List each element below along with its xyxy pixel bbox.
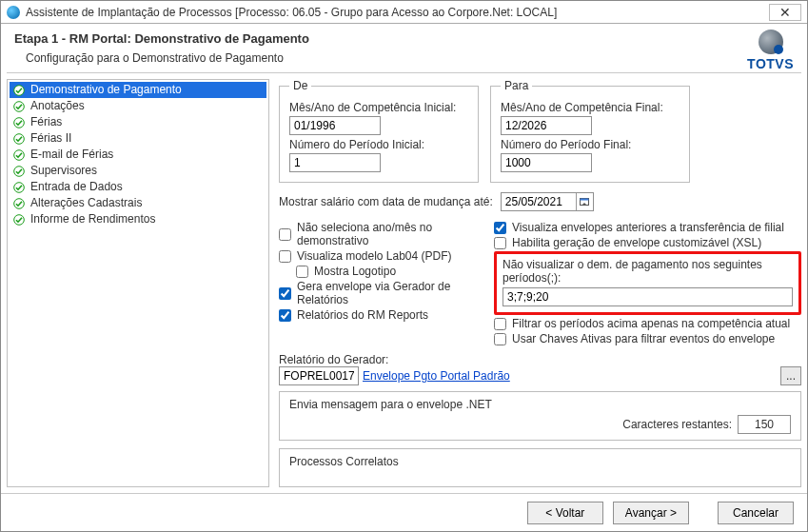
nav-item-anotacoes[interactable]: Anotações bbox=[10, 98, 266, 114]
periodos-ocultos-box: Não visualizar o dem. de pagamento nos s… bbox=[494, 251, 801, 315]
nav-item-demonstrativo[interactable]: Demonstrativo de Pagamento bbox=[10, 82, 266, 98]
check-icon bbox=[13, 101, 25, 112]
chk-mostra-logotipo[interactable]: Mostra Logotipo bbox=[296, 265, 479, 278]
chk-relatorios-rm[interactable]: Relatórios do RM Reports bbox=[279, 308, 479, 322]
fieldset-para: Para Mês/Ano de Competência Final: Númer… bbox=[490, 79, 690, 183]
step-title: Etapa 1 - RM Portal: Demonstrativo de Pa… bbox=[14, 31, 794, 46]
window-title: Assistente de Implantação de Processos [… bbox=[26, 6, 557, 19]
calendar-dropdown-icon[interactable] bbox=[576, 193, 593, 210]
envelope-net-label: Envia mensagem para o envelope .NET bbox=[289, 398, 791, 411]
check-icon bbox=[13, 85, 25, 96]
chk-filtrar-periodos[interactable]: Filtrar os períodos acima apenas na comp… bbox=[494, 317, 801, 330]
check-icon bbox=[13, 182, 25, 193]
nav-item-label: Informe de Rendimentos bbox=[30, 212, 155, 227]
nav-item-supervisores[interactable]: Supervisores bbox=[10, 163, 266, 179]
chk-usar-chaves[interactable]: Usar Chaves Ativas para filtrar eventos … bbox=[494, 332, 801, 345]
cancelar-button[interactable]: Cancelar bbox=[718, 502, 794, 524]
chk-label: Usar Chaves Ativas para filtrar eventos … bbox=[512, 332, 775, 345]
para-mes-input[interactable] bbox=[501, 116, 592, 135]
chk-visualiza-env-ant[interactable]: Visualiza envelopes anteriores a transfe… bbox=[494, 221, 801, 234]
nav-item-informe[interactable]: Informe de Rendimentos bbox=[10, 211, 266, 227]
nav-item-label: Demonstrativo de Pagamento bbox=[30, 83, 182, 97]
avancar-button[interactable]: Avançar > bbox=[613, 502, 689, 524]
close-button[interactable]: ✕ bbox=[769, 4, 801, 21]
mostrar-salario-date[interactable] bbox=[501, 192, 594, 211]
caracteres-restantes-value: 150 bbox=[738, 415, 791, 434]
wizard-header: Etapa 1 - RM Portal: Demonstrativo de Pa… bbox=[1, 24, 807, 72]
brand-icon bbox=[759, 30, 783, 54]
nav-item-label: Supervisores bbox=[30, 164, 97, 178]
de-periodo-label: Número do Período Inicial: bbox=[289, 138, 468, 151]
chk-nao-seleciona[interactable]: Não seleciona ano/mês no demonstrativo bbox=[279, 221, 479, 247]
processos-correlatos-box: Processos Correlatos bbox=[279, 448, 801, 487]
nav-item-label: Anotações bbox=[30, 99, 85, 113]
nav-item-alteracoes[interactable]: Alterações Cadastrais bbox=[10, 195, 266, 211]
mostrar-salario-input[interactable] bbox=[502, 193, 576, 210]
de-legend: De bbox=[289, 79, 311, 92]
chk-label: Mostra Logotipo bbox=[314, 265, 396, 278]
de-mes-label: Mês/Ano de Competência Inicial: bbox=[289, 101, 468, 114]
envelope-net-box: Envia mensagem para o envelope .NET Cara… bbox=[279, 391, 801, 441]
gerador-label: Relatório do Gerador: bbox=[279, 353, 801, 366]
de-mes-input[interactable] bbox=[289, 116, 381, 135]
svg-rect-10 bbox=[581, 199, 589, 201]
chk-label: Visualiza modelo Lab04 (PDF) bbox=[297, 249, 452, 263]
step-subtitle: Configuração para o Demonstrativo de Pag… bbox=[26, 51, 794, 65]
processos-correlatos-label: Processos Correlatos bbox=[289, 455, 791, 468]
para-mes-label: Mês/Ano de Competência Final: bbox=[501, 101, 680, 114]
brand-logo: TOTVS bbox=[747, 30, 794, 71]
chk-label: Relatórios do RM Reports bbox=[297, 308, 428, 322]
gerador-code-input[interactable] bbox=[279, 366, 359, 385]
de-periodo-input[interactable] bbox=[289, 153, 381, 172]
nav-item-label: Férias II bbox=[30, 131, 71, 146]
window: Assistente de Implantação de Processos [… bbox=[0, 0, 808, 532]
check-icon bbox=[13, 133, 25, 145]
check-icon bbox=[13, 117, 25, 128]
chk-habilita-xsl[interactable]: Habilita geração de envelope customizáve… bbox=[494, 236, 801, 249]
chk-label: Habilita geração de envelope customizáve… bbox=[512, 236, 761, 249]
periodos-ocultos-input[interactable] bbox=[503, 287, 793, 306]
para-periodo-label: Número do Período Final: bbox=[501, 138, 680, 151]
titlebar: Assistente de Implantação de Processos [… bbox=[1, 1, 807, 24]
nav-item-label: E-mail de Férias bbox=[30, 148, 113, 162]
gerador-link[interactable]: Envelope Pgto Portal Padrão bbox=[363, 369, 510, 383]
periodos-ocultos-label: Não visualizar o dem. de pagamento nos s… bbox=[503, 258, 793, 285]
main-panel: De Mês/Ano de Competência Inicial: Númer… bbox=[279, 79, 801, 487]
nav-item-ferias[interactable]: Férias bbox=[10, 114, 266, 130]
chk-label: Gera envelope via Gerador de Relatórios bbox=[297, 280, 479, 306]
check-icon bbox=[13, 198, 25, 209]
nav-item-label: Férias bbox=[30, 115, 62, 129]
nav-item-entrada-dados[interactable]: Entrada de Dados bbox=[10, 179, 266, 195]
step-nav: Demonstrativo de Pagamento Anotações Fér… bbox=[7, 79, 269, 487]
fieldset-de: De Mês/Ano de Competência Inicial: Númer… bbox=[279, 79, 479, 183]
brand-name: TOTVS bbox=[747, 56, 794, 71]
chk-gera-envelope[interactable]: Gera envelope via Gerador de Relatórios bbox=[279, 280, 479, 306]
chk-label: Não seleciona ano/mês no demonstrativo bbox=[297, 221, 479, 247]
para-legend: Para bbox=[501, 79, 532, 92]
nav-item-email-ferias[interactable]: E-mail de Férias bbox=[10, 147, 266, 163]
mostrar-salario-label: Mostrar salário com data de mudança até: bbox=[279, 195, 493, 208]
check-icon bbox=[13, 214, 25, 226]
nav-item-label: Entrada de Dados bbox=[30, 180, 123, 194]
para-periodo-input[interactable] bbox=[501, 153, 592, 172]
chk-label: Filtrar os períodos acima apenas na comp… bbox=[512, 317, 790, 330]
caracteres-restantes-label: Caracteres restantes: bbox=[622, 418, 732, 431]
gerador-browse-button[interactable]: ... bbox=[780, 366, 801, 385]
footer: < Voltar Avançar > Cancelar bbox=[1, 493, 807, 531]
check-icon bbox=[13, 149, 25, 161]
nav-item-label: Alterações Cadastrais bbox=[30, 196, 142, 210]
nav-item-ferias2[interactable]: Férias II bbox=[10, 130, 266, 147]
app-icon bbox=[7, 6, 20, 19]
check-icon bbox=[13, 166, 25, 177]
chk-label: Visualiza envelopes anteriores a transfe… bbox=[512, 221, 784, 234]
chk-visualiza-lab04[interactable]: Visualiza modelo Lab04 (PDF) bbox=[279, 249, 479, 263]
body: Demonstrativo de Pagamento Anotações Fér… bbox=[1, 73, 807, 493]
voltar-button[interactable]: < Voltar bbox=[527, 502, 603, 524]
